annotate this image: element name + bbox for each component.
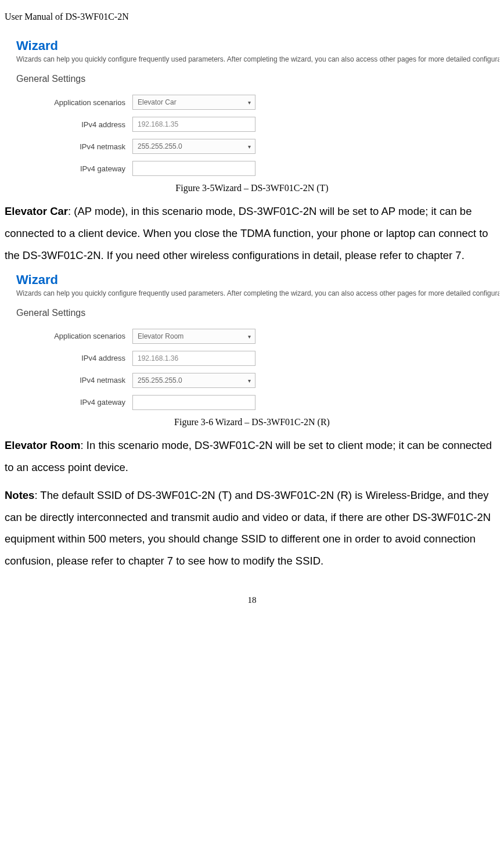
ipv4-netmask-select-wrap[interactable]: [132, 139, 255, 154]
wizard-subtitle: Wizards can help you quickly configure f…: [16, 289, 499, 297]
elevator-room-bold: Elevator Room: [5, 439, 81, 451]
scenario-label: Application scenarios: [16, 98, 132, 107]
general-settings-heading: General Settings: [16, 74, 499, 84]
ipv4-netmask-label: IPv4 netmask: [16, 376, 132, 384]
ipv4-netmask-row: IPv4 netmask: [16, 373, 499, 388]
ipv4-gateway-label: IPv4 gateway: [16, 164, 132, 173]
notes-text: : The default SSID of DS-3WF01C-2N (T) a…: [5, 489, 491, 567]
wizard-subtitle: Wizards can help you quickly configure f…: [16, 55, 499, 63]
page-number: 18: [5, 595, 499, 605]
page-header: User Manual of DS-3WF01C-2N: [5, 12, 499, 22]
notes-bold: Notes: [5, 489, 34, 501]
elevator-car-bold: Elevator Car: [5, 205, 68, 217]
wizard-title: Wizard: [16, 272, 499, 287]
ipv4-address-row: IPv4 address: [16, 117, 499, 132]
ipv4-address-label: IPv4 address: [16, 120, 132, 129]
wizard-title: Wizard: [16, 38, 499, 53]
ipv4-gateway-input[interactable]: [132, 395, 255, 410]
ipv4-address-input[interactable]: [132, 117, 255, 132]
ipv4-netmask-select[interactable]: [132, 373, 255, 388]
ipv4-gateway-row: IPv4 gateway: [16, 395, 499, 410]
scenario-select-wrap[interactable]: [132, 329, 255, 344]
ipv4-gateway-row: IPv4 gateway: [16, 161, 499, 176]
ipv4-gateway-input[interactable]: [132, 161, 255, 176]
scenario-select[interactable]: [132, 95, 255, 110]
figure-caption-1: Figure 3-5Wizard – DS-3WF01C-2N (T): [5, 183, 499, 193]
wizard-screenshot-2: Wizard Wizards can help you quickly conf…: [16, 272, 499, 410]
general-settings-heading: General Settings: [16, 308, 499, 318]
ipv4-netmask-select[interactable]: [132, 139, 255, 154]
ipv4-address-input[interactable]: [132, 351, 255, 366]
ipv4-netmask-row: IPv4 netmask: [16, 139, 499, 154]
scenario-select[interactable]: [132, 329, 255, 344]
ipv4-netmask-select-wrap[interactable]: [132, 373, 255, 388]
paragraph-elevator-car: Elevator Car: (AP mode), in this scenari…: [5, 200, 499, 267]
ipv4-address-row: IPv4 address: [16, 351, 499, 366]
scenario-label: Application scenarios: [16, 332, 132, 340]
scenario-select-wrap[interactable]: [132, 95, 255, 110]
paragraph-notes: Notes: The default SSID of DS-3WF01C-2N …: [5, 484, 499, 573]
elevator-car-text: : (AP mode), in this scenario mode, DS-3…: [5, 205, 488, 261]
figure-caption-2: Figure 3-6 Wizard – DS-3WF01C-2N (R): [5, 417, 499, 427]
ipv4-address-label: IPv4 address: [16, 354, 132, 362]
ipv4-netmask-label: IPv4 netmask: [16, 142, 132, 151]
wizard-screenshot-1: Wizard Wizards can help you quickly conf…: [16, 38, 499, 176]
ipv4-gateway-label: IPv4 gateway: [16, 398, 132, 407]
scenario-row: Application scenarios: [16, 329, 499, 344]
paragraph-elevator-room: Elevator Room: In this scenario mode, DS…: [5, 434, 499, 479]
scenario-row: Application scenarios: [16, 95, 499, 110]
